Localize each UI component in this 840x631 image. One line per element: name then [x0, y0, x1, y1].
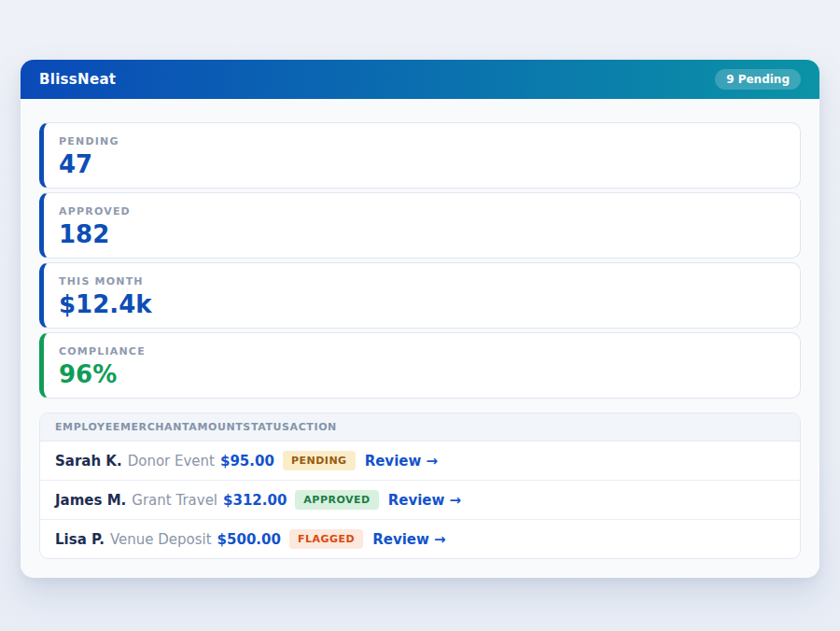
stat-value: $12.4k [59, 292, 785, 317]
stat-card-approved: APPROVED 182 [39, 192, 801, 259]
table-row: Lisa P. Venue Deposit $500.00 FLAGGED Re… [40, 520, 800, 558]
column-header-amount: AMOUNT [189, 421, 243, 433]
table-row: James M. Grant Travel $312.00 APPROVED R… [40, 481, 800, 520]
table-header-row: EMPLOYEEMERCHANTAMOUNTSTATUSACTION [40, 414, 800, 442]
stat-value: 47 [59, 152, 785, 177]
review-link[interactable]: Review → [372, 531, 445, 548]
column-header-employee: EMPLOYEE [55, 421, 120, 433]
employee-name: Lisa P. [55, 531, 105, 548]
status-badge: APPROVED [295, 490, 378, 510]
status-badge: PENDING [283, 451, 356, 470]
merchant-name: Venue Deposit [110, 531, 212, 548]
amount-value: $500.00 [217, 531, 281, 548]
stat-label: PENDING [59, 135, 785, 147]
pending-count-badge: 9 Pending [715, 69, 801, 90]
review-link[interactable]: Review → [388, 492, 461, 509]
card-header: BlissNeat 9 Pending [21, 60, 819, 99]
stat-card-this-month: THIS MONTH $12.4k [39, 262, 801, 329]
merchant-name: Donor Event [128, 453, 215, 470]
stat-value: 182 [59, 222, 785, 247]
review-link[interactable]: Review → [365, 453, 438, 470]
amount-value: $95.00 [220, 453, 274, 470]
card-body: PENDING 47 APPROVED 182 THIS MONTH $12.4… [21, 99, 819, 578]
stat-label: COMPLIANCE [59, 345, 785, 358]
expense-table: EMPLOYEEMERCHANTAMOUNTSTATUSACTION Sarah… [39, 413, 801, 559]
merchant-name: Grant Travel [132, 492, 217, 509]
dashboard-card: BlissNeat 9 Pending PENDING 47 APPROVED … [21, 60, 819, 578]
column-header-merchant: MERCHANT [120, 421, 189, 433]
column-header-action: ACTION [290, 421, 337, 433]
stat-card-pending: PENDING 47 [39, 122, 801, 189]
status-badge: FLAGGED [289, 529, 363, 549]
app-title: BlissNeat [39, 71, 116, 88]
stat-card-compliance: COMPLIANCE 96% [39, 332, 801, 399]
stat-value: 96% [59, 362, 785, 387]
table-row: Sarah K. Donor Event $95.00 PENDING Revi… [40, 442, 800, 481]
stat-label: APPROVED [59, 205, 785, 217]
column-header-status: STATUS [243, 421, 289, 433]
employee-name: Sarah K. [55, 453, 122, 470]
amount-value: $312.00 [223, 492, 287, 509]
stat-label: THIS MONTH [59, 275, 785, 287]
employee-name: James M. [55, 492, 126, 509]
